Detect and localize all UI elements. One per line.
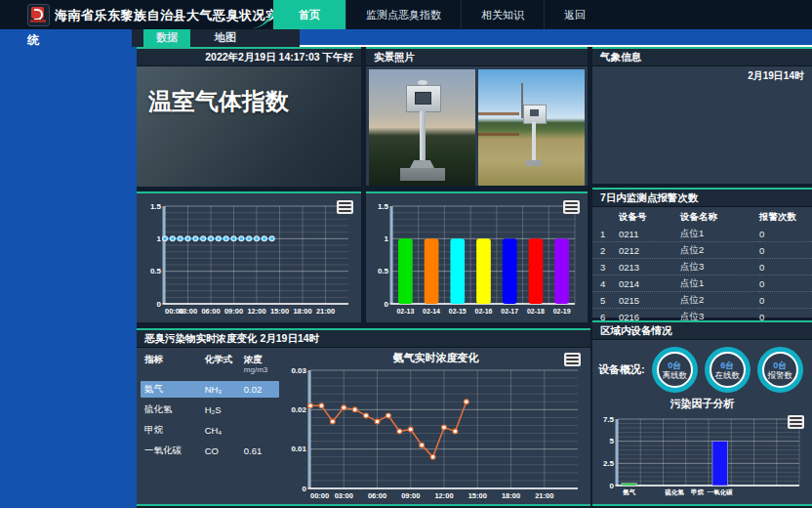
svg-text:02-17: 02-17 <box>501 308 518 315</box>
pollutant-row[interactable]: 一氧化碳CO0.61 <box>141 443 279 459</box>
col-device-no: 设备号 <box>619 209 680 226</box>
chart-menu-icon[interactable] <box>564 353 581 366</box>
station-base <box>526 160 542 166</box>
svg-text:09:00: 09:00 <box>224 307 243 316</box>
svg-text:06:00: 06:00 <box>368 491 386 500</box>
col-alarm-count: 报警次数 <box>759 209 812 226</box>
svg-text:0: 0 <box>610 482 615 490</box>
col-indicator: 指标 <box>144 355 205 375</box>
svg-text:氨气: 氨气 <box>622 488 636 496</box>
logo-glyph <box>31 7 44 19</box>
chart-menu-icon[interactable] <box>337 200 353 214</box>
tab-data[interactable]: 数据 <box>143 29 190 47</box>
svg-text:02-13: 02-13 <box>396 308 414 315</box>
device-stats-row: 设备概况: 0台 离线数 6台 在线数 0台 报警数 <box>592 340 812 396</box>
alarm-panel-title: 7日内监测点报警次数 <box>592 190 812 207</box>
pollutant-row[interactable]: 甲烷CH₄ <box>141 422 279 439</box>
svg-text:21:00: 21:00 <box>535 491 553 500</box>
pollutant-table-body: 氨气NH₃0.02硫化氢H₂S甲烷CH₄一氧化碳CO0.61 <box>141 381 279 459</box>
svg-text:15:00: 15:00 <box>270 307 289 316</box>
greeting-panel: 2022年2月19日 14:17:03 下午好 温室气体指数 <box>137 47 361 186</box>
svg-text:02-19: 02-19 <box>553 308 571 315</box>
alarm-count-value: 0台 <box>773 360 787 370</box>
pollution-factor-bar-chart: 02.557.5氨气硫化氢甲烷一氧化碳 <box>596 413 807 499</box>
pollutant-row[interactable]: 硫化氢H₂S <box>141 402 279 418</box>
chart-menu-icon[interactable] <box>563 200 580 214</box>
svg-text:2.5: 2.5 <box>603 459 615 468</box>
chart-menu-icon[interactable] <box>788 415 804 429</box>
offline-count-value: 0台 <box>668 360 681 370</box>
svg-text:硫化氢: 硫化氢 <box>664 488 684 496</box>
top-navbar: 海南省乐东黎族自治县大气恶臭状况实时发布系 首页 监测点恶臭指数 相关知识 返回 <box>0 0 812 29</box>
svg-text:0: 0 <box>157 300 162 309</box>
svg-text:00:00: 00:00 <box>310 491 329 500</box>
greenhouse-chart-panel: 00.511.500:0003:0006:0009:0012:0015:0018… <box>137 191 361 322</box>
main-nav: 首页 监测点恶臭指数 相关知识 返回 <box>273 0 605 29</box>
station-pole <box>420 111 426 162</box>
photos-panel-title: 实景照片 <box>366 49 588 66</box>
nh3-chart-area: 氨气实时浓度变化 00.010.020.0300:0003:0006:0009:… <box>281 348 590 505</box>
svg-text:0.5: 0.5 <box>378 267 389 275</box>
device-overview-label: 设备概况: <box>598 362 645 377</box>
nav-item-odor-index[interactable]: 监测点恶臭指数 <box>345 0 461 29</box>
system-title-wrap: 统 <box>27 32 39 49</box>
weather-panel: 气象信息 2月19日14时 <box>592 47 812 184</box>
devices-panel: 区域内设备情况 设备概况: 0台 离线数 6台 在线数 0台 报警数 污染因子分… <box>592 320 812 506</box>
station-pedestal <box>400 168 445 181</box>
alarm-table-row: 50215点位20 <box>592 292 812 309</box>
svg-text:15:00: 15:00 <box>468 491 487 500</box>
daily-odor-bar-chart: 00.511.502-1302-1402-1502-1602-1702-1802… <box>369 196 585 319</box>
station-head <box>523 105 547 124</box>
alarm-counts-panel: 7日内监测点报警次数 设备号 设备名称 报警次数 10211点位1020212点… <box>592 188 812 318</box>
fence <box>478 112 519 136</box>
alarm-count-badge: 0台 报警数 <box>757 347 803 393</box>
alarm-table-row: 10211点位10 <box>592 226 812 242</box>
svg-text:0: 0 <box>385 300 389 309</box>
nav-item-home[interactable]: 首页 <box>273 0 345 29</box>
tab-underline <box>300 45 812 47</box>
greenhouse-trend-chart: 00.511.500:0003:0006:0009:0012:0015:0018… <box>140 196 358 319</box>
logo-subtext <box>30 20 46 22</box>
left-sidebar <box>0 47 137 508</box>
station-head <box>406 85 441 112</box>
pollutant-row[interactable]: 氨气NH₃0.02 <box>141 381 279 398</box>
nav-item-back[interactable]: 返回 <box>544 0 605 29</box>
svg-text:02-15: 02-15 <box>449 308 467 315</box>
svg-text:0.03: 0.03 <box>291 366 306 375</box>
col-device-name: 设备名称 <box>680 209 759 226</box>
pollutants-panel: 恶臭污染物实时浓度变化 2月19日14时 指标 化学式 浓度 mg/m3 氨气N… <box>137 328 590 506</box>
pollution-factor-title: 污染因子分析 <box>592 397 812 411</box>
svg-text:1.5: 1.5 <box>378 202 389 211</box>
col-formula: 化学式 <box>205 355 244 375</box>
alarm-table-row: 40214点位10 <box>592 275 812 292</box>
online-count-label: 在线数 <box>714 370 740 380</box>
nh3-line-chart: 00.010.020.0300:0003:0006:0009:0012:0015… <box>281 366 589 503</box>
svg-text:5: 5 <box>610 437 615 445</box>
online-count-value: 6台 <box>720 360 734 370</box>
page-title: 温室气体指数 <box>137 66 361 117</box>
svg-text:03:00: 03:00 <box>179 307 197 316</box>
svg-text:12:00: 12:00 <box>434 491 453 500</box>
weather-panel-title: 气象信息 <box>592 49 812 66</box>
monitoring-station-photo-2 <box>478 69 585 186</box>
station-screen <box>415 92 431 105</box>
pollutants-panel-title: 恶臭污染物实时浓度变化 2月19日14时 <box>137 330 590 348</box>
alarm-table-header: 设备号 设备名称 报警次数 <box>592 209 812 226</box>
unit-label: mg/m3 <box>244 365 267 374</box>
svg-text:1: 1 <box>385 234 389 243</box>
svg-text:0.5: 0.5 <box>150 267 162 275</box>
datetime-label: 2022年2月19日 14:17:03 下午好 <box>137 49 361 66</box>
weather-time-label: 2月19日14时 <box>592 66 812 86</box>
svg-text:一氧化碳: 一氧化碳 <box>708 488 734 496</box>
nh3-chart-title: 氨气实时浓度变化 <box>281 351 590 366</box>
pollutant-table: 指标 化学式 浓度 mg/m3 氨气NH₃0.02硫化氢H₂S甲烷CH₄一氧化碳… <box>137 348 281 505</box>
offline-count-label: 离线数 <box>662 370 687 380</box>
svg-text:02-18: 02-18 <box>527 308 545 315</box>
tab-map[interactable]: 地图 <box>202 29 249 47</box>
nav-item-knowledge[interactable]: 相关知识 <box>461 0 544 29</box>
svg-text:09:00: 09:00 <box>401 491 420 500</box>
monitoring-station-photo-1 <box>369 69 475 186</box>
daily-bar-chart-panel: 00.511.502-1302-1402-1502-1602-1702-1802… <box>366 191 588 322</box>
svg-text:7.5: 7.5 <box>603 415 615 424</box>
pollutant-table-header: 指标 化学式 浓度 mg/m3 <box>141 353 279 377</box>
